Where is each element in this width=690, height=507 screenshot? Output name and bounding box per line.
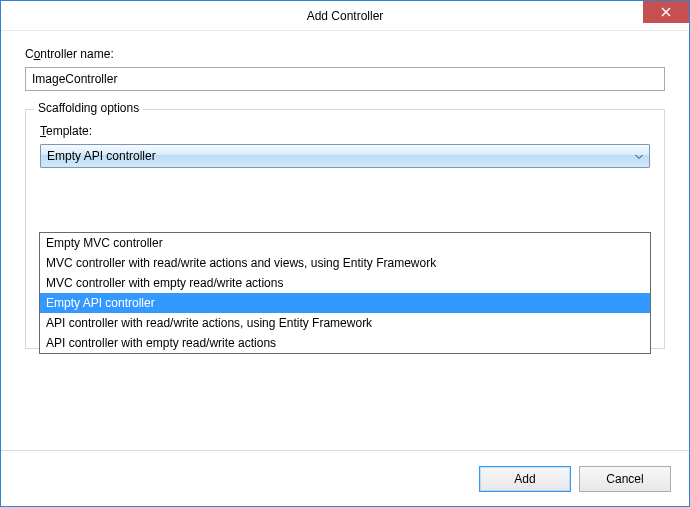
dialog-window: Add Controller Controller name: Scaffold… [0,0,690,507]
template-combobox[interactable]: Empty API controller [40,144,650,168]
template-option[interactable]: API controller with read/write actions, … [40,313,650,333]
template-option[interactable]: Empty API controller [40,293,650,313]
dialog-footer: Add Cancel [1,450,689,506]
template-selected-value: Empty API controller [47,149,156,163]
template-dropdown-list[interactable]: Empty MVC controllerMVC controller with … [39,232,651,354]
scaffolding-legend: Scaffolding options [34,101,143,115]
window-title: Add Controller [307,9,384,23]
template-option[interactable]: API controller with empty read/write act… [40,333,650,353]
cancel-button[interactable]: Cancel [579,466,671,492]
add-button[interactable]: Add [479,466,571,492]
controller-name-label: Controller name: [25,47,665,61]
dialog-content: Controller name: Scaffolding options Tem… [1,31,689,450]
title-bar: Add Controller [1,1,689,31]
template-option[interactable]: MVC controller with empty read/write act… [40,273,650,293]
template-option[interactable]: MVC controller with read/write actions a… [40,253,650,273]
chevron-down-icon [635,149,643,163]
close-icon [661,7,671,17]
template-option[interactable]: Empty MVC controller [40,233,650,253]
controller-name-input[interactable] [25,67,665,91]
template-label: Template: [40,124,650,138]
close-button[interactable] [643,1,689,23]
